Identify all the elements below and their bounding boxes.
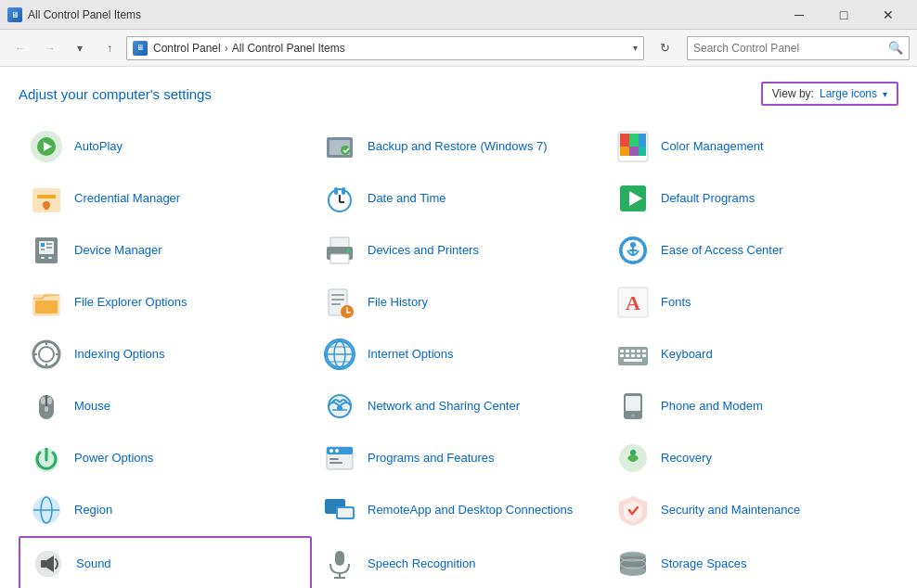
devicemgr-icon bbox=[28, 232, 65, 269]
search-input[interactable] bbox=[693, 42, 888, 55]
svg-rect-30 bbox=[41, 257, 45, 259]
svg-rect-18 bbox=[334, 187, 338, 195]
search-bar[interactable]: 🔍 bbox=[687, 36, 910, 60]
panel-item-date-time[interactable]: Date and Time bbox=[312, 173, 605, 224]
svg-rect-70 bbox=[631, 354, 635, 357]
panel-item-sound[interactable]: Sound bbox=[19, 536, 312, 588]
panel-item-phone-modem[interactable]: Phone and Modem bbox=[605, 380, 898, 432]
panel-item-label-speech-recognition: Speech Recognition bbox=[368, 556, 475, 572]
panel-item-label-mouse: Mouse bbox=[74, 399, 110, 415]
svg-rect-12 bbox=[639, 147, 646, 156]
panel-item-label-color-management: Color Management bbox=[661, 139, 764, 155]
maximize-button[interactable]: □ bbox=[822, 2, 865, 28]
panel-item-color-management[interactable]: Color Management bbox=[605, 121, 898, 173]
remoteapp-icon bbox=[321, 492, 358, 529]
panel-item-credential-manager[interactable]: Credential Manager bbox=[19, 173, 312, 224]
panel-item-devices-printers[interactable]: Devices and Printers bbox=[312, 224, 605, 276]
region-icon bbox=[28, 492, 65, 529]
minimize-button[interactable]: ─ bbox=[778, 2, 820, 28]
recovery-icon bbox=[614, 440, 652, 477]
panel-item-fonts[interactable]: AFonts bbox=[605, 276, 898, 328]
svg-rect-16 bbox=[45, 205, 48, 210]
panel-item-file-history[interactable]: File History bbox=[312, 276, 605, 328]
address-chevron-icon[interactable]: ▾ bbox=[633, 43, 638, 53]
panel-item-label-backup-restore: Backup and Restore (Windows 7) bbox=[368, 139, 548, 155]
svg-rect-9 bbox=[639, 134, 646, 147]
panel-item-device-manager[interactable]: Device Manager bbox=[19, 224, 312, 276]
items-grid: AutoPlayBackup and Restore (Windows 7)Co… bbox=[19, 121, 898, 588]
phone-icon bbox=[614, 388, 652, 425]
view-by-control[interactable]: View by: Large icons ▾ bbox=[761, 82, 898, 106]
panel-item-label-power-options: Power Options bbox=[74, 451, 153, 467]
svg-rect-8 bbox=[629, 134, 639, 147]
svg-rect-76 bbox=[41, 397, 45, 404]
panel-item-programs-features[interactable]: Programs and Features bbox=[312, 432, 605, 484]
panel-item-keyboard[interactable]: Keyboard bbox=[605, 328, 898, 380]
panel-item-internet-options[interactable]: Internet Options bbox=[312, 328, 605, 380]
panel-item-recovery[interactable]: Recovery bbox=[605, 432, 898, 484]
address-bar[interactable]: 🖥 Control Panel › All Control Panel Item… bbox=[126, 36, 644, 60]
svg-rect-11 bbox=[629, 147, 639, 156]
back-button[interactable]: ← bbox=[7, 35, 33, 61]
panel-item-label-recovery: Recovery bbox=[661, 451, 712, 467]
color-icon bbox=[614, 128, 652, 165]
svg-point-50 bbox=[33, 341, 59, 367]
panel-item-network-sharing[interactable]: Network and Sharing Center bbox=[312, 380, 605, 432]
svg-rect-67 bbox=[642, 350, 646, 352]
close-button[interactable]: ✕ bbox=[867, 2, 910, 28]
panel-item-label-device-manager: Device Manager bbox=[74, 243, 162, 259]
panel-item-mouse[interactable]: Mouse bbox=[19, 380, 312, 432]
svg-point-89 bbox=[335, 449, 339, 453]
panel-item-default-programs[interactable]: Default Programs bbox=[605, 173, 898, 224]
panel-item-storage-spaces[interactable]: Storage Spaces bbox=[605, 536, 898, 588]
panel-item-label-ease-access: Ease of Access Center bbox=[661, 243, 783, 259]
panel-item-autoplay[interactable]: AutoPlay bbox=[19, 121, 312, 173]
recent-button[interactable]: ▾ bbox=[67, 35, 93, 61]
panel-item-file-explorer[interactable]: File Explorer Options bbox=[19, 276, 312, 328]
svg-rect-19 bbox=[342, 187, 345, 195]
panel-item-label-fonts: Fonts bbox=[661, 295, 691, 311]
svg-rect-83 bbox=[626, 396, 640, 411]
svg-rect-68 bbox=[620, 354, 624, 357]
power-icon bbox=[28, 440, 65, 477]
indexing-icon bbox=[28, 336, 65, 373]
panel-item-label-security-maintenance: Security and Maintenance bbox=[661, 503, 800, 518]
up-button[interactable]: ↑ bbox=[97, 35, 123, 61]
storage-icon bbox=[614, 545, 652, 582]
autoplay-icon bbox=[28, 128, 65, 165]
panel-item-label-autoplay: AutoPlay bbox=[74, 139, 123, 155]
svg-text:A: A bbox=[626, 291, 640, 314]
svg-rect-64 bbox=[626, 350, 629, 352]
address-part-1: Control Panel bbox=[153, 42, 221, 55]
programs-icon bbox=[321, 440, 358, 477]
filehistory-icon bbox=[321, 284, 358, 321]
panel-item-power-options[interactable]: Power Options bbox=[19, 432, 312, 484]
window-title: All Control Panel Items bbox=[28, 8, 141, 21]
panel-item-label-default-programs: Default Programs bbox=[661, 191, 755, 207]
panel-item-speech-recognition[interactable]: Speech Recognition bbox=[312, 536, 605, 588]
svg-rect-27 bbox=[41, 249, 45, 250]
panel-item-backup-restore[interactable]: Backup and Restore (Windows 7) bbox=[312, 121, 605, 173]
svg-rect-103 bbox=[41, 560, 46, 568]
svg-rect-14 bbox=[37, 195, 56, 198]
panel-item-security-maintenance[interactable]: Security and Maintenance bbox=[605, 484, 898, 536]
panel-item-ease-access[interactable]: Ease of Access Center bbox=[605, 224, 898, 276]
panel-item-label-devices-printers: Devices and Printers bbox=[368, 243, 479, 259]
title-bar-left: 🖥 All Control Panel Items bbox=[7, 7, 141, 22]
view-by-arrow-icon[interactable]: ▾ bbox=[883, 89, 887, 99]
svg-rect-78 bbox=[45, 406, 48, 412]
svg-rect-44 bbox=[331, 294, 344, 296]
fileexplorer-icon bbox=[28, 284, 65, 321]
svg-rect-10 bbox=[620, 147, 629, 156]
panel-item-remoteapp[interactable]: RemoteApp and Desktop Connections bbox=[312, 484, 605, 536]
panel-item-indexing[interactable]: Indexing Options bbox=[19, 328, 312, 380]
view-by-value[interactable]: Large icons bbox=[820, 87, 877, 100]
network-icon bbox=[321, 388, 358, 425]
panel-item-region[interactable]: Region bbox=[19, 484, 312, 536]
panel-item-label-credential-manager: Credential Manager bbox=[74, 191, 180, 207]
forward-button[interactable]: → bbox=[37, 35, 63, 61]
main-area: Adjust your computer's settings View by:… bbox=[0, 67, 917, 588]
title-bar: 🖥 All Control Panel Items ─ □ ✕ bbox=[0, 0, 917, 30]
refresh-button[interactable]: ↻ bbox=[652, 36, 678, 60]
search-icon[interactable]: 🔍 bbox=[888, 41, 903, 55]
